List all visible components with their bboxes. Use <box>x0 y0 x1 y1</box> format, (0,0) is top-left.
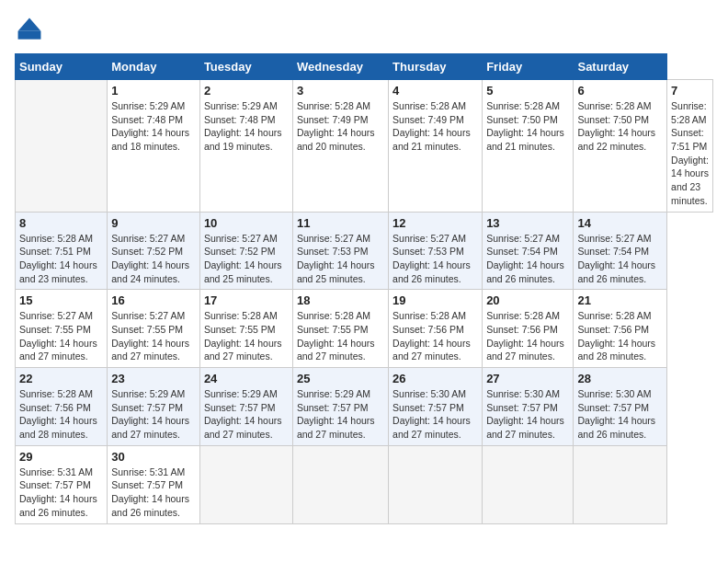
day-number: 17 <box>204 293 289 307</box>
table-row: 17 Sunrise: 5:28 AMSunset: 7:55 PMDaylig… <box>199 290 292 368</box>
table-row: 21 Sunrise: 5:28 AMSunset: 7:56 PMDaylig… <box>574 290 667 368</box>
day-info: Sunrise: 5:28 AMSunset: 7:50 PMDaylight:… <box>577 100 655 152</box>
day-info: Sunrise: 5:31 AMSunset: 7:57 PMDaylight:… <box>111 466 189 518</box>
page-header <box>15 15 713 44</box>
logo-icon <box>15 15 44 44</box>
table-row: 4 Sunrise: 5:28 AMSunset: 7:49 PMDayligh… <box>389 80 483 213</box>
day-info: Sunrise: 5:28 AMSunset: 7:49 PMDaylight:… <box>392 100 471 152</box>
day-number: 25 <box>297 372 384 385</box>
table-row <box>389 445 483 523</box>
day-number: 6 <box>577 84 663 98</box>
table-row: 13 Sunrise: 5:27 AMSunset: 7:54 PMDaylig… <box>483 212 574 290</box>
day-number: 28 <box>577 372 663 385</box>
day-info: Sunrise: 5:31 AMSunset: 7:57 PMDaylight:… <box>19 466 97 518</box>
table-row <box>483 445 574 523</box>
table-row: 14 Sunrise: 5:27 AMSunset: 7:54 PMDaylig… <box>574 212 667 290</box>
day-header-saturday: Saturday <box>574 54 667 80</box>
table-row: 22 Sunrise: 5:28 AMSunset: 7:56 PMDaylig… <box>16 368 108 446</box>
day-info: Sunrise: 5:28 AMSunset: 7:51 PMDaylight:… <box>671 100 709 206</box>
day-info: Sunrise: 5:27 AMSunset: 7:53 PMDaylight:… <box>297 233 375 284</box>
day-info: Sunrise: 5:27 AMSunset: 7:52 PMDaylight:… <box>204 233 282 284</box>
day-info: Sunrise: 5:28 AMSunset: 7:55 PMDaylight:… <box>204 310 282 362</box>
table-row: 5 Sunrise: 5:28 AMSunset: 7:50 PMDayligh… <box>483 80 574 213</box>
table-row <box>574 445 667 523</box>
calendar-table: SundayMondayTuesdayWednesdayThursdayFrid… <box>15 53 713 524</box>
day-info: Sunrise: 5:30 AMSunset: 7:57 PMDaylight:… <box>577 388 655 440</box>
day-number: 9 <box>111 216 196 230</box>
day-number: 10 <box>204 216 289 230</box>
day-info: Sunrise: 5:28 AMSunset: 7:56 PMDaylight:… <box>577 310 655 362</box>
day-info: Sunrise: 5:28 AMSunset: 7:51 PMDaylight:… <box>19 233 97 284</box>
day-info: Sunrise: 5:28 AMSunset: 7:49 PMDaylight:… <box>297 100 375 152</box>
table-row: 19 Sunrise: 5:28 AMSunset: 7:56 PMDaylig… <box>389 290 483 368</box>
day-header-monday: Monday <box>108 54 200 80</box>
day-header-friday: Friday <box>483 54 574 80</box>
day-number: 5 <box>486 84 569 98</box>
day-info: Sunrise: 5:27 AMSunset: 7:55 PMDaylight:… <box>111 310 189 362</box>
day-number: 26 <box>392 372 478 385</box>
empty-cell <box>16 80 108 213</box>
day-info: Sunrise: 5:27 AMSunset: 7:55 PMDaylight:… <box>19 310 97 362</box>
day-number: 19 <box>392 293 478 307</box>
table-row: 28 Sunrise: 5:30 AMSunset: 7:57 PMDaylig… <box>574 368 667 446</box>
table-row: 16 Sunrise: 5:27 AMSunset: 7:55 PMDaylig… <box>108 290 200 368</box>
day-info: Sunrise: 5:27 AMSunset: 7:54 PMDaylight:… <box>577 233 655 284</box>
day-info: Sunrise: 5:30 AMSunset: 7:57 PMDaylight:… <box>486 388 564 440</box>
table-row: 8 Sunrise: 5:28 AMSunset: 7:51 PMDayligh… <box>16 212 108 290</box>
day-number: 3 <box>297 84 384 98</box>
day-info: Sunrise: 5:29 AMSunset: 7:48 PMDaylight:… <box>204 100 282 152</box>
day-number: 29 <box>19 450 103 464</box>
table-row: 9 Sunrise: 5:27 AMSunset: 7:52 PMDayligh… <box>108 212 200 290</box>
svg-marker-0 <box>18 18 41 31</box>
day-number: 23 <box>111 372 196 385</box>
table-row <box>199 445 292 523</box>
day-number: 4 <box>392 84 478 98</box>
day-number: 2 <box>204 84 289 98</box>
day-number: 8 <box>19 216 103 230</box>
table-row: 26 Sunrise: 5:30 AMSunset: 7:57 PMDaylig… <box>389 368 483 446</box>
day-number: 22 <box>19 372 103 385</box>
table-row: 25 Sunrise: 5:29 AMSunset: 7:57 PMDaylig… <box>292 368 388 446</box>
day-info: Sunrise: 5:28 AMSunset: 7:56 PMDaylight:… <box>486 310 564 362</box>
day-info: Sunrise: 5:29 AMSunset: 7:57 PMDaylight:… <box>204 388 282 440</box>
table-row: 1 Sunrise: 5:29 AMSunset: 7:48 PMDayligh… <box>108 80 200 213</box>
table-row: 20 Sunrise: 5:28 AMSunset: 7:56 PMDaylig… <box>483 290 574 368</box>
day-number: 27 <box>486 372 569 385</box>
table-row: 7 Sunrise: 5:28 AMSunset: 7:51 PMDayligh… <box>667 80 713 213</box>
day-number: 21 <box>577 293 663 307</box>
day-header-wednesday: Wednesday <box>292 54 388 80</box>
day-info: Sunrise: 5:27 AMSunset: 7:52 PMDaylight:… <box>111 233 189 284</box>
day-info: Sunrise: 5:28 AMSunset: 7:56 PMDaylight:… <box>392 310 471 362</box>
day-header-tuesday: Tuesday <box>199 54 292 80</box>
day-header-thursday: Thursday <box>389 54 483 80</box>
day-header-sunday: Sunday <box>16 54 108 80</box>
table-row: 30 Sunrise: 5:31 AMSunset: 7:57 PMDaylig… <box>108 445 200 523</box>
table-row: 29 Sunrise: 5:31 AMSunset: 7:57 PMDaylig… <box>16 445 108 523</box>
svg-rect-1 <box>18 31 41 40</box>
day-number: 14 <box>577 216 663 230</box>
table-row: 6 Sunrise: 5:28 AMSunset: 7:50 PMDayligh… <box>574 80 667 213</box>
day-info: Sunrise: 5:28 AMSunset: 7:55 PMDaylight:… <box>297 310 375 362</box>
logo <box>15 15 48 44</box>
table-row: 3 Sunrise: 5:28 AMSunset: 7:49 PMDayligh… <box>292 80 388 213</box>
table-row: 24 Sunrise: 5:29 AMSunset: 7:57 PMDaylig… <box>199 368 292 446</box>
table-row: 12 Sunrise: 5:27 AMSunset: 7:53 PMDaylig… <box>389 212 483 290</box>
table-row: 15 Sunrise: 5:27 AMSunset: 7:55 PMDaylig… <box>16 290 108 368</box>
day-number: 16 <box>111 293 196 307</box>
day-info: Sunrise: 5:30 AMSunset: 7:57 PMDaylight:… <box>392 388 471 440</box>
day-number: 13 <box>486 216 569 230</box>
day-number: 11 <box>297 216 384 230</box>
day-info: Sunrise: 5:27 AMSunset: 7:54 PMDaylight:… <box>486 233 564 284</box>
day-info: Sunrise: 5:29 AMSunset: 7:57 PMDaylight:… <box>297 388 375 440</box>
table-row <box>292 445 388 523</box>
table-row: 10 Sunrise: 5:27 AMSunset: 7:52 PMDaylig… <box>199 212 292 290</box>
day-number: 12 <box>392 216 478 230</box>
day-info: Sunrise: 5:29 AMSunset: 7:48 PMDaylight:… <box>111 100 189 152</box>
table-row: 27 Sunrise: 5:30 AMSunset: 7:57 PMDaylig… <box>483 368 574 446</box>
day-number: 20 <box>486 293 569 307</box>
day-number: 1 <box>111 84 196 98</box>
day-info: Sunrise: 5:27 AMSunset: 7:53 PMDaylight:… <box>392 233 471 284</box>
day-number: 18 <box>297 293 384 307</box>
day-number: 15 <box>19 293 103 307</box>
day-number: 30 <box>111 450 196 464</box>
